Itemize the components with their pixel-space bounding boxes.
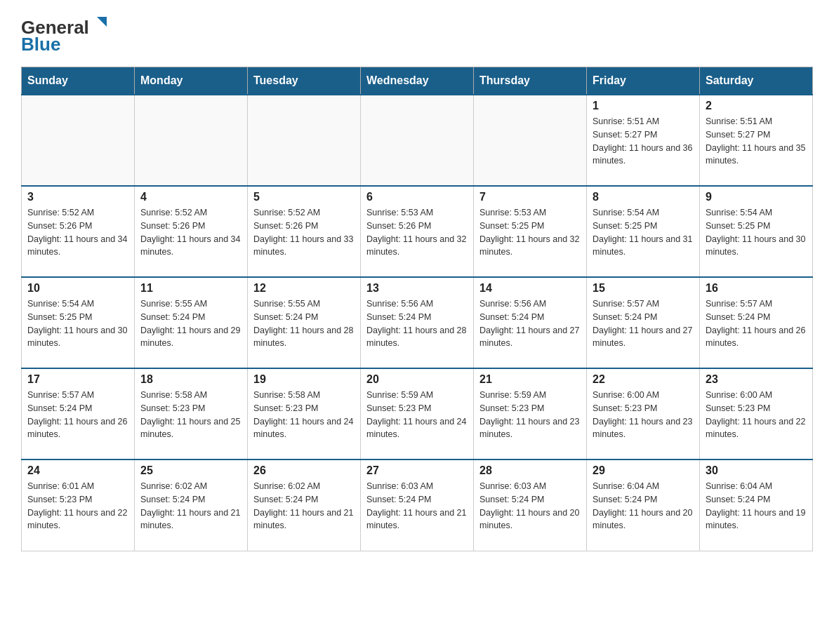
day-info: Sunrise: 5:54 AMSunset: 5:25 PMDaylight:… xyxy=(706,206,807,259)
day-number: 11 xyxy=(140,282,241,295)
day-info: Sunrise: 5:56 AMSunset: 5:24 PMDaylight:… xyxy=(479,297,581,350)
day-info: Sunrise: 6:02 AMSunset: 5:24 PMDaylight:… xyxy=(253,480,355,532)
day-info: Sunrise: 6:03 AMSunset: 5:24 PMDaylight:… xyxy=(479,480,581,532)
svg-text:Blue: Blue xyxy=(21,34,60,53)
calendar-cell xyxy=(22,95,135,186)
calendar-header-row: SundayMondayTuesdayWednesdayThursdayFrid… xyxy=(22,67,813,95)
calendar-cell: 11Sunrise: 5:55 AMSunset: 5:24 PMDayligh… xyxy=(135,277,248,368)
calendar-cell: 23Sunrise: 6:00 AMSunset: 5:23 PMDayligh… xyxy=(700,368,813,459)
calendar-cell: 8Sunrise: 5:54 AMSunset: 5:25 PMDaylight… xyxy=(587,186,700,277)
calendar-cell: 14Sunrise: 5:56 AMSunset: 5:24 PMDayligh… xyxy=(474,277,587,368)
day-number: 10 xyxy=(27,282,128,295)
day-info: Sunrise: 5:53 AMSunset: 5:26 PMDaylight:… xyxy=(366,206,468,259)
calendar-cell xyxy=(248,95,361,186)
day-number: 22 xyxy=(593,373,694,386)
day-number: 30 xyxy=(706,464,807,477)
day-number: 7 xyxy=(479,191,581,203)
calendar-cell: 25Sunrise: 6:02 AMSunset: 5:24 PMDayligh… xyxy=(135,459,248,551)
day-info: Sunrise: 6:03 AMSunset: 5:24 PMDaylight:… xyxy=(366,480,468,532)
calendar-cell: 20Sunrise: 5:59 AMSunset: 5:23 PMDayligh… xyxy=(361,368,474,459)
day-number: 13 xyxy=(366,282,468,295)
day-number: 6 xyxy=(366,191,468,203)
day-info: Sunrise: 6:04 AMSunset: 5:24 PMDaylight:… xyxy=(593,480,694,532)
day-info: Sunrise: 5:51 AMSunset: 5:27 PMDaylight:… xyxy=(593,115,694,168)
calendar-cell xyxy=(361,95,474,186)
day-info: Sunrise: 6:04 AMSunset: 5:24 PMDaylight:… xyxy=(706,480,807,532)
day-info: Sunrise: 6:00 AMSunset: 5:23 PMDaylight:… xyxy=(706,389,807,441)
calendar-cell xyxy=(135,95,248,186)
calendar-cell: 7Sunrise: 5:53 AMSunset: 5:25 PMDaylight… xyxy=(474,186,587,277)
calendar-cell: 30Sunrise: 6:04 AMSunset: 5:24 PMDayligh… xyxy=(700,459,813,551)
day-number: 9 xyxy=(706,191,807,203)
day-number: 17 xyxy=(27,373,128,386)
calendar-cell: 22Sunrise: 6:00 AMSunset: 5:23 PMDayligh… xyxy=(587,368,700,459)
svg-marker-1 xyxy=(97,17,107,27)
day-number: 24 xyxy=(27,464,128,477)
logo: General Blue xyxy=(21,14,112,53)
day-number: 27 xyxy=(366,464,468,477)
calendar-cell: 10Sunrise: 5:54 AMSunset: 5:25 PMDayligh… xyxy=(22,277,135,368)
day-number: 19 xyxy=(253,373,355,386)
calendar-week-row: 10Sunrise: 5:54 AMSunset: 5:25 PMDayligh… xyxy=(22,277,813,368)
calendar-cell: 2Sunrise: 5:51 AMSunset: 5:27 PMDaylight… xyxy=(700,95,813,186)
day-number: 2 xyxy=(706,100,807,112)
calendar-cell: 4Sunrise: 5:52 AMSunset: 5:26 PMDaylight… xyxy=(135,186,248,277)
calendar-cell: 3Sunrise: 5:52 AMSunset: 5:26 PMDaylight… xyxy=(22,186,135,277)
day-number: 21 xyxy=(479,373,581,386)
day-info: Sunrise: 5:58 AMSunset: 5:23 PMDaylight:… xyxy=(140,389,241,441)
day-info: Sunrise: 6:02 AMSunset: 5:24 PMDaylight:… xyxy=(140,480,241,532)
day-number: 3 xyxy=(27,191,128,203)
calendar-header-tuesday: Tuesday xyxy=(248,67,361,95)
calendar-cell: 15Sunrise: 5:57 AMSunset: 5:24 PMDayligh… xyxy=(587,277,700,368)
calendar-cell: 19Sunrise: 5:58 AMSunset: 5:23 PMDayligh… xyxy=(248,368,361,459)
day-info: Sunrise: 5:57 AMSunset: 5:24 PMDaylight:… xyxy=(706,297,807,350)
calendar-header-wednesday: Wednesday xyxy=(361,67,474,95)
day-info: Sunrise: 6:00 AMSunset: 5:23 PMDaylight:… xyxy=(593,389,694,441)
day-number: 18 xyxy=(140,373,241,386)
day-number: 8 xyxy=(593,191,694,203)
calendar-header-friday: Friday xyxy=(587,67,700,95)
day-number: 23 xyxy=(706,373,807,386)
day-number: 12 xyxy=(253,282,355,295)
day-info: Sunrise: 5:51 AMSunset: 5:27 PMDaylight:… xyxy=(706,115,807,168)
day-info: Sunrise: 5:54 AMSunset: 5:25 PMDaylight:… xyxy=(593,206,694,259)
calendar-cell xyxy=(474,95,587,186)
calendar-week-row: 24Sunrise: 6:01 AMSunset: 5:23 PMDayligh… xyxy=(22,459,813,551)
day-number: 25 xyxy=(140,464,241,477)
calendar-week-row: 3Sunrise: 5:52 AMSunset: 5:26 PMDaylight… xyxy=(22,186,813,277)
day-info: Sunrise: 5:57 AMSunset: 5:24 PMDaylight:… xyxy=(593,297,694,350)
day-info: Sunrise: 6:01 AMSunset: 5:23 PMDaylight:… xyxy=(27,480,128,532)
day-info: Sunrise: 5:53 AMSunset: 5:25 PMDaylight:… xyxy=(479,206,581,259)
calendar-week-row: 17Sunrise: 5:57 AMSunset: 5:24 PMDayligh… xyxy=(22,368,813,459)
calendar-cell: 17Sunrise: 5:57 AMSunset: 5:24 PMDayligh… xyxy=(22,368,135,459)
calendar-cell: 24Sunrise: 6:01 AMSunset: 5:23 PMDayligh… xyxy=(22,459,135,551)
day-info: Sunrise: 5:52 AMSunset: 5:26 PMDaylight:… xyxy=(27,206,128,259)
calendar-cell: 13Sunrise: 5:56 AMSunset: 5:24 PMDayligh… xyxy=(361,277,474,368)
day-info: Sunrise: 5:56 AMSunset: 5:24 PMDaylight:… xyxy=(366,297,468,350)
day-info: Sunrise: 5:52 AMSunset: 5:26 PMDaylight:… xyxy=(140,206,241,259)
calendar-cell: 27Sunrise: 6:03 AMSunset: 5:24 PMDayligh… xyxy=(361,459,474,551)
calendar-cell: 26Sunrise: 6:02 AMSunset: 5:24 PMDayligh… xyxy=(248,459,361,551)
day-number: 29 xyxy=(593,464,694,477)
calendar-cell: 28Sunrise: 6:03 AMSunset: 5:24 PMDayligh… xyxy=(474,459,587,551)
calendar-header-saturday: Saturday xyxy=(700,67,813,95)
calendar-cell: 21Sunrise: 5:59 AMSunset: 5:23 PMDayligh… xyxy=(474,368,587,459)
calendar-header-thursday: Thursday xyxy=(474,67,587,95)
day-number: 20 xyxy=(366,373,468,386)
calendar-cell: 29Sunrise: 6:04 AMSunset: 5:24 PMDayligh… xyxy=(587,459,700,551)
day-info: Sunrise: 5:57 AMSunset: 5:24 PMDaylight:… xyxy=(27,389,128,441)
calendar-cell: 6Sunrise: 5:53 AMSunset: 5:26 PMDaylight… xyxy=(361,186,474,277)
calendar-cell: 5Sunrise: 5:52 AMSunset: 5:26 PMDaylight… xyxy=(248,186,361,277)
calendar-cell: 1Sunrise: 5:51 AMSunset: 5:27 PMDaylight… xyxy=(587,95,700,186)
calendar-cell: 16Sunrise: 5:57 AMSunset: 5:24 PMDayligh… xyxy=(700,277,813,368)
calendar-header-sunday: Sunday xyxy=(22,67,135,95)
day-number: 14 xyxy=(479,282,581,295)
day-info: Sunrise: 5:54 AMSunset: 5:25 PMDaylight:… xyxy=(27,297,128,350)
day-info: Sunrise: 5:55 AMSunset: 5:24 PMDaylight:… xyxy=(140,297,241,350)
calendar-cell: 18Sunrise: 5:58 AMSunset: 5:23 PMDayligh… xyxy=(135,368,248,459)
day-number: 15 xyxy=(593,282,694,295)
calendar-week-row: 1Sunrise: 5:51 AMSunset: 5:27 PMDaylight… xyxy=(22,95,813,186)
day-info: Sunrise: 5:59 AMSunset: 5:23 PMDaylight:… xyxy=(366,389,468,441)
logo-svg: General Blue xyxy=(21,14,112,53)
day-info: Sunrise: 5:59 AMSunset: 5:23 PMDaylight:… xyxy=(479,389,581,441)
